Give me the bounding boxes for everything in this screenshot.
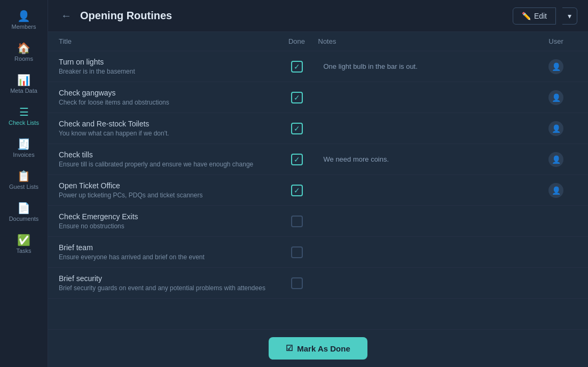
sidebar-item-tasks-label: Tasks [16,248,31,254]
sidebar-item-guest-lists[interactable]: 📋 Guest Lists [0,165,48,195]
row-done-cell[interactable] [276,277,318,289]
meta-data-icon: 📊 [17,75,30,85]
row-subtitle: Ensure everyone has arrived and brief on… [59,253,276,261]
sidebar-item-tasks[interactable]: ✅ Tasks [0,229,48,259]
sidebar-item-rooms-label: Rooms [14,55,33,62]
table-row[interactable]: Check and Re-stock Toilets You know what… [48,113,588,144]
rooms-icon: 🏠 [17,43,30,53]
row-title-block: Brief team Ensure everyone has arrived a… [59,243,276,261]
back-button[interactable]: ← [59,7,74,24]
checkbox-checked[interactable]: ✓ [291,123,303,134]
row-title-block: Turn on lights Breaker is in the basemen… [59,58,276,75]
table-row[interactable]: Brief team Ensure everyone has arrived a… [48,237,588,268]
sidebar-item-rooms[interactable]: 🏠 Rooms [0,37,48,67]
row-done-cell[interactable]: ✓ [276,154,318,165]
row-user-cell: 👤 [535,152,577,167]
row-done-cell[interactable] [276,216,318,227]
checkbox-checked[interactable]: ✓ [291,61,303,73]
row-title: Check tills [59,150,276,159]
sidebar-item-meta-data-label: Meta Data [10,87,37,94]
sidebar-item-documents-label: Documents [9,216,39,222]
row-title-block: Open Ticket Office Power up ticketing PC… [59,181,276,199]
row-title-block: Brief security Brief security guards on … [59,274,276,292]
row-title: Turn on lights [59,58,276,66]
page-header: ← Opening Routines ✏️ Edit ▾ [48,0,588,32]
guest-lists-icon: 📋 [17,171,30,181]
sidebar-item-check-lists-label: Check Lists [9,119,39,126]
checkbox-unchecked[interactable] [291,216,303,227]
row-title: Check and Re-stock Toilets [59,119,276,128]
col-title-header: Title [59,37,276,45]
sidebar-item-meta-data[interactable]: 📊 Meta Data [0,69,48,99]
row-title: Open Ticket Office [59,181,276,190]
row-done-cell[interactable]: ✓ [276,123,318,134]
page-footer: ☑ Mark As Done [48,329,588,367]
edit-button-label: Edit [534,12,547,20]
row-subtitle: Power up ticketing PCs, PDQs and ticket … [59,192,276,199]
tasks-icon: ✅ [17,235,30,245]
sidebar-item-members-label: Members [12,23,36,30]
edit-icon: ✏️ [522,12,531,20]
row-notes: We need more coins. [318,155,535,163]
row-title-block: Check and Re-stock Toilets You know what… [59,119,276,137]
checkbox-unchecked[interactable] [291,277,303,289]
row-title-block: Check Emergency Exits Ensure no obstruct… [59,212,276,230]
row-title: Check Emergency Exits [59,212,276,221]
checkbox-checked[interactable]: ✓ [291,185,303,196]
invoices-icon: 🧾 [17,139,30,149]
row-user-cell: 👤 [535,121,577,136]
row-title-block: Check tills Ensure till is calibrated pr… [59,150,276,168]
user-avatar: 👤 [548,90,563,105]
chevron-down-icon: ▾ [568,12,571,20]
row-done-cell[interactable]: ✓ [276,92,318,103]
row-user-cell: 👤 [535,183,577,198]
row-subtitle: Brief security guards on event and any p… [59,284,276,292]
table-row[interactable]: Turn on lights Breaker is in the basemen… [48,51,588,82]
mark-as-done-button[interactable]: ☑ Mark As Done [269,337,367,360]
row-user-cell: 👤 [535,90,577,105]
check-lists-icon: ☰ [19,107,29,117]
row-subtitle: Check for loose items and obstructions [59,99,276,106]
user-avatar: 👤 [548,121,563,136]
user-avatar: 👤 [548,183,563,198]
col-done-header: Done [276,37,318,45]
sidebar-item-check-lists[interactable]: ☰ Check Lists [0,101,48,131]
row-user-cell: 👤 [535,59,577,74]
sidebar-item-documents[interactable]: 📄 Documents [0,197,48,227]
members-icon: 👤 [17,11,30,21]
checkbox-checked[interactable]: ✓ [291,92,303,103]
main-content: ← Opening Routines ✏️ Edit ▾ Title Done … [48,0,588,367]
table-row[interactable]: Check tills Ensure till is calibrated pr… [48,144,588,175]
row-done-cell[interactable]: ✓ [276,185,318,196]
edit-button[interactable]: ✏️ Edit [513,7,556,25]
page-title: Opening Routines [80,10,506,22]
col-notes-header: Notes [318,37,535,45]
sidebar-item-invoices-label: Invoices [13,151,34,158]
table-header: Title Done Notes User [48,32,588,51]
row-done-cell[interactable] [276,246,318,258]
table-row[interactable]: Check Emergency Exits Ensure no obstruct… [48,206,588,237]
checklist-table: Title Done Notes User Turn on lights Bre… [48,32,588,329]
row-done-cell[interactable]: ✓ [276,61,318,73]
table-row[interactable]: Check gangways Check for loose items and… [48,82,588,113]
row-subtitle: Breaker is in the basement [59,68,276,75]
sidebar-item-guest-lists-label: Guest Lists [9,183,38,190]
sidebar: 👤 Members 🏠 Rooms 📊 Meta Data ☰ Check Li… [0,0,48,367]
dropdown-button[interactable]: ▾ [562,7,577,25]
checkbox-checked[interactable]: ✓ [291,154,303,165]
table-row[interactable]: Open Ticket Office Power up ticketing PC… [48,175,588,206]
mark-done-label: Mark As Done [297,344,350,353]
table-row[interactable]: Brief security Brief security guards on … [48,268,588,299]
sidebar-item-invoices[interactable]: 🧾 Invoices [0,133,48,163]
row-subtitle: Ensure no obstructions [59,222,276,230]
row-subtitle: You know what can happen if we don't. [59,130,276,137]
documents-icon: 📄 [17,203,30,213]
checkbox-unchecked[interactable] [291,246,303,258]
sidebar-item-members[interactable]: 👤 Members [0,5,48,35]
row-title: Check gangways [59,89,276,97]
row-title: Brief security [59,274,276,283]
user-avatar: 👤 [548,152,563,167]
row-title-block: Check gangways Check for loose items and… [59,89,276,106]
row-title: Brief team [59,243,276,252]
row-notes: One light bulb in the bar is out. [318,62,535,70]
